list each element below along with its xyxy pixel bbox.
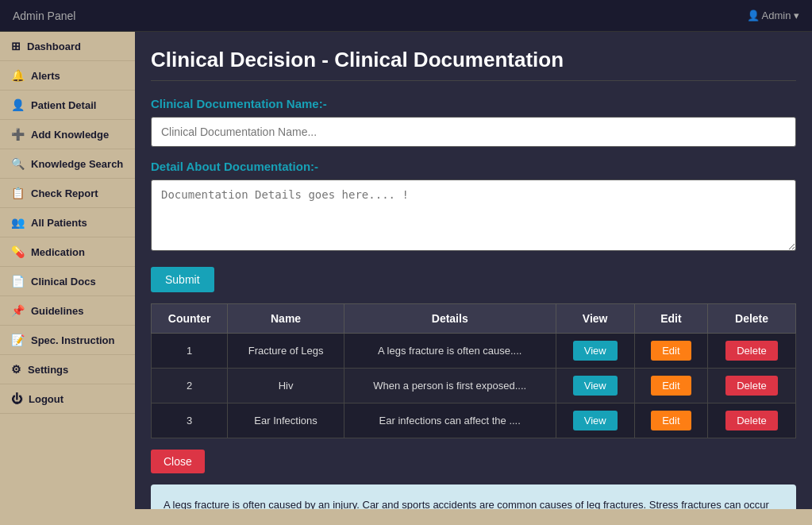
edit-button[interactable]: Edit [651,341,691,361]
view-cell[interactable]: View [556,369,634,403]
sidebar-icon-check-report: 📋 [11,187,25,199]
table-col-header: Delete [708,304,796,334]
table-col-header: Name [228,304,344,334]
sidebar-icon-clinical-docs: 📄 [11,275,25,288]
sidebar: ⊞ Dashboard🔔 Alerts👤 Patient Detail➕ Add… [0,32,135,509]
sidebar-icon-alerts: 🔔 [11,69,25,82]
sidebar-icon-medication: 💊 [11,245,25,258]
page-title: Clinical Decision - Clinical Documentati… [151,48,796,81]
view-button[interactable]: View [573,341,618,361]
sidebar-item-spec-instruction[interactable]: 📝 Spec. Instruction [0,326,135,355]
sidebar-label-spec-instruction: Spec. Instruction [31,334,114,346]
sidebar-item-dashboard[interactable]: ⊞ Dashboard [0,32,135,61]
table-col-header: Edit [634,304,707,334]
table-row: 2 Hiv When a person is first exposed....… [152,369,796,403]
edit-cell[interactable]: Edit [634,403,707,438]
table-row: 1 Fracture of Legs A legs fracture is of… [152,334,796,369]
delete-button[interactable]: Delete [725,341,778,361]
table-col-header: Details [344,304,556,334]
sidebar-icon-knowledge-search: 🔍 [11,157,25,170]
sidebar-icon-dashboard: ⊞ [11,40,21,52]
sidebar-item-logout[interactable]: ⏻ Logout [0,384,135,414]
sidebar-item-all-patients[interactable]: 👥 All Patients [0,208,135,237]
sidebar-item-alerts[interactable]: 🔔 Alerts [0,61,135,91]
delete-cell[interactable]: Delete [708,334,796,369]
sidebar-label-alerts: Alerts [31,70,60,82]
sidebar-item-settings[interactable]: ⚙ Settings [0,355,135,384]
doc-detail-textarea[interactable] [151,180,796,251]
sidebar-item-clinical-docs[interactable]: 📄 Clinical Docs [0,267,135,296]
details-cell: Ear infections can affect the .... [344,403,556,438]
app-title: Admin Panel [13,10,75,22]
sidebar-label-guidelines: Guidelines [31,305,83,317]
sidebar-label-all-patients: All Patients [31,217,87,229]
table-body: 1 Fracture of Legs A legs fracture is of… [152,334,796,438]
sidebar-icon-guidelines: 📌 [11,304,25,317]
table-col-header: Counter [152,304,228,334]
doc-name-input[interactable] [151,117,796,147]
sidebar-label-clinical-docs: Clinical Docs [31,276,96,288]
sidebar-item-guidelines[interactable]: 📌 Guidelines [0,296,135,326]
sidebar-label-settings: Settings [28,364,68,376]
detail-label: Detail About Documentation:- [151,160,796,173]
details-cell: A legs fracture is often cause.... [344,334,556,369]
edit-button[interactable]: Edit [651,376,691,396]
view-button[interactable]: View [573,376,618,396]
sidebar-icon-add-knowledge: ➕ [11,128,25,141]
name-cell: Ear Infections [228,403,344,438]
user-icon: 👤 [747,10,760,21]
close-button[interactable]: Close [151,450,205,473]
sidebar-item-add-knowledge[interactable]: ➕ Add Knowledge [0,120,135,149]
delete-cell[interactable]: Delete [708,403,796,438]
layout: ⊞ Dashboard🔔 Alerts👤 Patient Detail➕ Add… [0,32,812,509]
bottom-bar [0,509,812,525]
sidebar-item-knowledge-search[interactable]: 🔍 Knowledge Search [0,149,135,179]
sidebar-label-check-report: Check Report [31,187,98,199]
table-row: 3 Ear Infections Ear infections can affe… [152,403,796,438]
edit-cell[interactable]: Edit [634,369,707,403]
sidebar-label-medication: Medication [31,246,85,258]
sidebar-label-logout: Logout [29,393,63,405]
sidebar-item-check-report[interactable]: 📋 Check Report [0,179,135,208]
view-button[interactable]: View [573,411,618,430]
main-content: Clinical Decision - Clinical Documentati… [135,32,812,509]
table-header: CounterNameDetailsViewEditDelete [152,304,796,334]
name-label: Clinical Documentation Name:- [151,97,796,110]
sidebar-label-patient-detail: Patient Detail [31,99,96,111]
delete-cell[interactable]: Delete [708,369,796,403]
sidebar-label-knowledge-search: Knowledge Search [31,158,123,170]
edit-button[interactable]: Edit [651,411,691,430]
sidebar-item-medication[interactable]: 💊 Medication [0,237,135,267]
topbar: Admin Panel 👤 Admin ▾ [0,0,812,32]
sidebar-label-add-knowledge: Add Knowledge [31,129,109,141]
delete-button[interactable]: Delete [725,376,778,396]
name-cell: Fracture of Legs [228,334,344,369]
view-cell[interactable]: View [556,403,634,438]
sidebar-icon-logout: ⏻ [11,392,22,405]
counter-cell: 2 [152,369,228,403]
delete-button[interactable]: Delete [725,411,778,430]
edit-cell[interactable]: Edit [634,334,707,369]
view-cell[interactable]: View [556,334,634,369]
counter-cell: 1 [152,334,228,369]
details-cell: When a person is first exposed.... [344,369,556,403]
user-menu[interactable]: 👤 Admin ▾ [747,10,799,21]
name-cell: Hiv [228,369,344,403]
detail-box: A legs fracture is often caused by an in… [151,484,796,509]
doc-table: CounterNameDetailsViewEditDelete 1 Fract… [151,303,796,438]
sidebar-icon-patient-detail: 👤 [11,98,25,111]
sidebar-icon-settings: ⚙ [11,363,21,376]
sidebar-label-dashboard: Dashboard [27,41,81,52]
submit-button[interactable]: Submit [151,267,214,292]
counter-cell: 3 [152,403,228,438]
table-col-header: View [556,304,634,334]
sidebar-icon-spec-instruction: 📝 [11,334,25,346]
sidebar-item-patient-detail[interactable]: 👤 Patient Detail [0,91,135,120]
sidebar-icon-all-patients: 👥 [11,216,25,229]
